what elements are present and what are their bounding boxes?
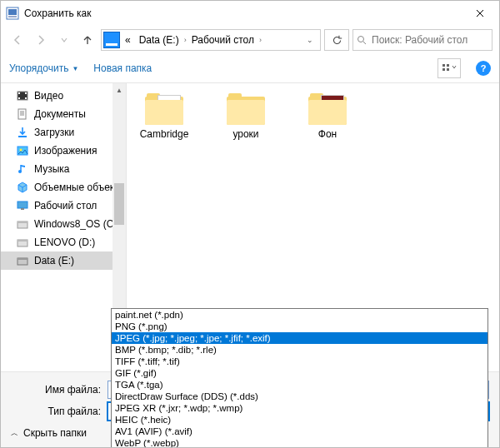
svg-rect-10 [18, 97, 20, 99]
svg-rect-12 [25, 97, 27, 99]
filetype-option[interactable]: BMP (*.bmp; *.dib; *.rle) [112, 344, 488, 356]
folder-icon [145, 93, 183, 125]
folder-label: Фон [318, 128, 337, 140]
new-folder-button[interactable]: Новая папка [93, 62, 152, 74]
tree-item-docs[interactable]: Документы [1, 105, 126, 123]
drive-icon [103, 32, 120, 48]
tree-item-music[interactable]: Музыка [1, 160, 126, 178]
svg-rect-2 [8, 16, 17, 17]
scroll-thumb[interactable] [114, 183, 124, 225]
tree-item-video[interactable]: Видео [1, 87, 126, 105]
up-button[interactable] [78, 30, 98, 50]
tree-item-downloads[interactable]: Загрузки [1, 123, 126, 142]
svg-rect-11 [25, 92, 27, 94]
3d-icon [16, 181, 29, 194]
folder-cambridge[interactable]: Cambridge [135, 93, 193, 140]
save-as-dialog: Сохранить как « Data (E:) › Рабочий стол… [0, 0, 500, 448]
docs-icon [16, 107, 29, 121]
desktop-icon [16, 199, 29, 212]
folder-bg[interactable]: Фон [298, 93, 357, 140]
pictures-icon [16, 144, 29, 157]
filetype-option[interactable]: GIF (*.gif) [112, 367, 488, 379]
filetype-option[interactable]: JPEG (*.jpg; *.jpeg; *.jpe; *.jfif; *.ex… [112, 332, 488, 344]
window-title: Сохранить как [24, 7, 461, 19]
tree-item-label: Data (E:) [34, 255, 74, 266]
tree-item-lenovo[interactable]: LENOVO (D:) [1, 233, 126, 251]
tree-item-label: LENOVO (D:) [34, 236, 95, 248]
filetype-dropdown[interactable]: paint.net (*.pdn)PNG (*.png)JPEG (*.jpg;… [111, 308, 488, 448]
svg-rect-23 [18, 240, 28, 241]
folder-lessons[interactable]: уроки [217, 93, 275, 140]
titlebar: Сохранить как [1, 1, 499, 26]
search-input[interactable] [370, 33, 498, 47]
filetype-option[interactable]: AV1 (AVIF) (*.avif) [112, 426, 488, 437]
tree-item-label: Загрузки [34, 127, 74, 138]
filetype-option[interactable]: PNG (*.png) [112, 321, 488, 332]
organize-button[interactable]: Упорядочить ▼ [9, 62, 78, 74]
tree-item-pictures[interactable]: Изображения [1, 142, 126, 160]
tree-item-win8[interactable]: Windows8_OS (C:) [1, 215, 126, 233]
tree-item-label: Документы [34, 108, 86, 120]
toolbar: Упорядочить ▼ Новая папка ? [1, 54, 499, 83]
svg-point-17 [18, 170, 22, 173]
breadcrumb-prefix: « [122, 34, 134, 46]
chevron-right-icon: › [184, 36, 187, 44]
breadcrumb[interactable]: « Data (E:) › Рабочий стол › ⌄ [101, 29, 321, 51]
win8-icon [16, 217, 29, 231]
filetype-option[interactable]: TIFF (*.tiff; *.tif) [112, 356, 488, 367]
folder-label: Cambridge [140, 128, 189, 140]
downloads-icon [16, 126, 29, 139]
svg-rect-21 [18, 222, 28, 223]
svg-rect-9 [18, 92, 20, 94]
breadcrumb-drive[interactable]: Data (E:) [136, 34, 182, 46]
svg-rect-25 [18, 258, 28, 260]
hide-folders-button[interactable]: ︿ Скрыть папки [11, 427, 87, 439]
breadcrumb-folder[interactable]: Рабочий стол [188, 34, 258, 46]
svg-rect-7 [447, 68, 449, 71]
filename-label: Имя файла: [11, 384, 101, 396]
filetype-option[interactable]: HEIC (*.heic) [112, 414, 488, 426]
folder-icon [227, 93, 265, 125]
filetype-option[interactable]: JPEG XR (*.jxr; *.wdp; *.wmp) [112, 402, 488, 414]
tree-item-label: Музыка [34, 163, 69, 175]
svg-rect-6 [447, 64, 449, 67]
organize-label: Упорядочить [9, 62, 68, 74]
filetype-option[interactable]: TGA (*.tga) [112, 379, 488, 391]
back-button[interactable] [8, 30, 28, 50]
svg-rect-18 [18, 202, 28, 208]
breadcrumb-dropdown[interactable]: ⌄ [302, 36, 318, 44]
svg-rect-1 [8, 9, 17, 15]
folder-label: уроки [232, 128, 258, 140]
filetype-label: Тип файла: [11, 406, 101, 417]
svg-rect-19 [21, 208, 24, 210]
refresh-button[interactable] [324, 29, 349, 51]
scroll-up-icon[interactable]: ▲ [112, 83, 126, 97]
tree-item-label: Рабочий стол [34, 200, 97, 212]
hide-folders-label: Скрыть папки [23, 427, 87, 439]
chevron-right-icon: › [259, 36, 262, 44]
view-options-button[interactable] [438, 58, 461, 78]
forward-button[interactable] [31, 30, 51, 50]
svg-point-3 [358, 37, 364, 42]
close-button[interactable] [461, 1, 499, 26]
tree-item-desktop[interactable]: Рабочий стол [1, 197, 126, 215]
search-box[interactable] [352, 29, 492, 51]
tree-item-label: Изображения [34, 145, 97, 157]
filetype-option[interactable]: paint.net (*.pdn) [112, 309, 488, 321]
tree-item-3d[interactable]: Объемные объекты [1, 178, 126, 197]
svg-rect-13 [18, 109, 26, 119]
filetype-option[interactable]: DirectDraw Surface (DDS) (*.dds) [112, 391, 488, 402]
app-icon [6, 7, 19, 20]
navbar: « Data (E:) › Рабочий стол › ⌄ [1, 26, 499, 54]
tree-item-data[interactable]: Data (E:) [1, 251, 126, 270]
nav-tree: ВидеоДокументыЗагрузкиИзображенияМузыкаО… [1, 83, 127, 371]
tree-item-label: Windows8_OS (C:) [34, 218, 120, 230]
chevron-up-icon: ︿ [11, 428, 18, 439]
data-icon [16, 254, 29, 267]
recent-dropdown[interactable] [54, 30, 74, 50]
video-icon [16, 89, 29, 102]
help-button[interactable]: ? [476, 61, 491, 76]
filetype-option[interactable]: WebP (*.webp) [112, 437, 488, 448]
folder-icon [308, 93, 347, 125]
tree-item-label: Видео [34, 90, 63, 102]
